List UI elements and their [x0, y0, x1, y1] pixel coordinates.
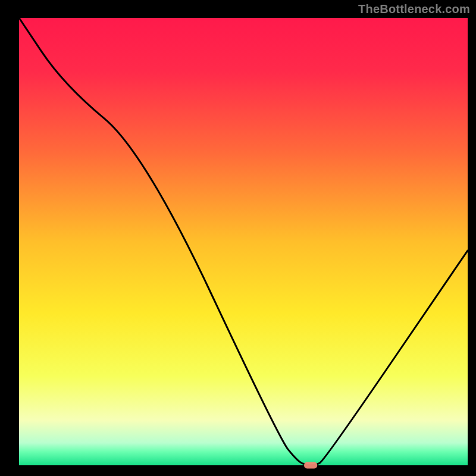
optimal-marker — [304, 462, 317, 469]
plot-gradient-area — [19, 18, 468, 465]
watermark-text: TheBottleneck.com — [358, 2, 470, 16]
chart-frame: TheBottleneck.com — [0, 0, 476, 476]
bottleneck-chart — [0, 0, 476, 476]
